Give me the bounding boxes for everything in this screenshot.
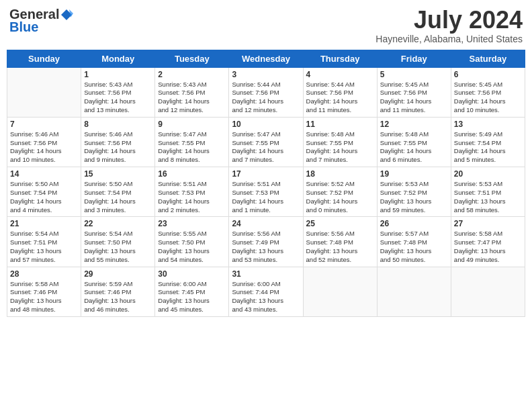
calendar-cell: 15Sunrise: 5:50 AM Sunset: 7:54 PM Dayli… [81, 167, 155, 217]
day-number: 30 [158, 269, 226, 279]
calendar-cell: 4Sunrise: 5:44 AM Sunset: 7:56 PM Daylig… [303, 67, 377, 117]
day-info: Sunrise: 6:00 AM Sunset: 7:45 PM Dayligh… [158, 280, 226, 314]
calendar-cell: 13Sunrise: 5:49 AM Sunset: 7:54 PM Dayli… [451, 117, 525, 167]
day-number: 23 [158, 219, 226, 228]
day-info: Sunrise: 5:48 AM Sunset: 7:55 PM Dayligh… [380, 130, 448, 165]
day-info: Sunrise: 6:00 AM Sunset: 7:44 PM Dayligh… [232, 280, 300, 314]
day-info: Sunrise: 5:56 AM Sunset: 7:48 PM Dayligh… [306, 230, 374, 264]
page-header: General Blue July 2024 Hayneville, Alaba… [7, 7, 525, 44]
day-number: 13 [454, 120, 522, 129]
day-header-monday: Monday [81, 50, 155, 67]
day-info: Sunrise: 5:45 AM Sunset: 7:56 PM Dayligh… [454, 81, 522, 115]
calendar-cell: 2Sunrise: 5:43 AM Sunset: 7:56 PM Daylig… [155, 67, 229, 117]
day-info: Sunrise: 5:53 AM Sunset: 7:52 PM Dayligh… [380, 180, 448, 214]
day-info: Sunrise: 5:49 AM Sunset: 7:54 PM Dayligh… [454, 130, 522, 165]
calendar-cell: 6Sunrise: 5:45 AM Sunset: 7:56 PM Daylig… [451, 67, 525, 117]
calendar-cell: 25Sunrise: 5:56 AM Sunset: 7:48 PM Dayli… [303, 217, 377, 267]
day-header-tuesday: Tuesday [155, 50, 229, 67]
day-info: Sunrise: 5:59 AM Sunset: 7:46 PM Dayligh… [84, 280, 152, 314]
calendar-cell: 14Sunrise: 5:50 AM Sunset: 7:54 PM Dayli… [7, 167, 81, 217]
day-number: 25 [306, 219, 374, 228]
day-info: Sunrise: 5:52 AM Sunset: 7:52 PM Dayligh… [306, 180, 374, 214]
calendar-cell [303, 267, 377, 316]
day-info: Sunrise: 5:44 AM Sunset: 7:56 PM Dayligh… [232, 81, 300, 115]
day-info: Sunrise: 5:43 AM Sunset: 7:56 PM Dayligh… [84, 81, 152, 115]
calendar-cell: 1Sunrise: 5:43 AM Sunset: 7:56 PM Daylig… [81, 67, 155, 117]
calendar-cell: 20Sunrise: 5:53 AM Sunset: 7:51 PM Dayli… [451, 167, 525, 217]
day-header-saturday: Saturday [451, 50, 525, 67]
logo-blue-text: Blue [9, 19, 38, 35]
calendar-week-row: 21Sunrise: 5:54 AM Sunset: 7:51 PM Dayli… [7, 217, 525, 267]
day-header-friday: Friday [377, 50, 451, 67]
day-info: Sunrise: 5:46 AM Sunset: 7:56 PM Dayligh… [10, 130, 78, 165]
day-info: Sunrise: 5:54 AM Sunset: 7:50 PM Dayligh… [84, 230, 152, 264]
calendar-cell: 22Sunrise: 5:54 AM Sunset: 7:50 PM Dayli… [81, 217, 155, 267]
calendar-cell [451, 267, 525, 316]
day-number: 19 [380, 169, 448, 179]
day-number: 14 [10, 169, 78, 179]
calendar-week-row: 1Sunrise: 5:43 AM Sunset: 7:56 PM Daylig… [7, 67, 525, 117]
calendar-cell: 29Sunrise: 5:59 AM Sunset: 7:46 PM Dayli… [81, 267, 155, 316]
day-number: 22 [84, 219, 152, 228]
calendar-cell: 16Sunrise: 5:51 AM Sunset: 7:53 PM Dayli… [155, 167, 229, 217]
calendar-cell: 23Sunrise: 5:55 AM Sunset: 7:50 PM Dayli… [155, 217, 229, 267]
logo: General Blue [9, 7, 74, 35]
day-number: 16 [158, 169, 226, 179]
calendar-header-row: SundayMondayTuesdayWednesdayThursdayFrid… [7, 50, 525, 67]
calendar-cell: 31Sunrise: 6:00 AM Sunset: 7:44 PM Dayli… [229, 267, 303, 316]
calendar-cell [7, 67, 81, 117]
calendar-cell: 18Sunrise: 5:52 AM Sunset: 7:52 PM Dayli… [303, 167, 377, 217]
calendar-table: SundayMondayTuesdayWednesdayThursdayFrid… [7, 50, 525, 317]
day-info: Sunrise: 5:55 AM Sunset: 7:50 PM Dayligh… [158, 230, 226, 264]
day-number: 8 [84, 120, 152, 129]
day-number: 20 [454, 169, 522, 179]
month-title: July 2024 [375, 7, 523, 34]
day-info: Sunrise: 5:47 AM Sunset: 7:55 PM Dayligh… [232, 130, 300, 165]
day-number: 21 [10, 219, 78, 228]
calendar-cell: 21Sunrise: 5:54 AM Sunset: 7:51 PM Dayli… [7, 217, 81, 267]
title-block: July 2024 Hayneville, Alabama, United St… [375, 7, 523, 44]
day-number: 9 [158, 120, 226, 129]
day-info: Sunrise: 5:54 AM Sunset: 7:51 PM Dayligh… [10, 230, 78, 264]
calendar-cell: 12Sunrise: 5:48 AM Sunset: 7:55 PM Dayli… [377, 117, 451, 167]
day-info: Sunrise: 5:51 AM Sunset: 7:53 PM Dayligh… [232, 180, 300, 214]
calendar-cell: 17Sunrise: 5:51 AM Sunset: 7:53 PM Dayli… [229, 167, 303, 217]
calendar-cell: 19Sunrise: 5:53 AM Sunset: 7:52 PM Dayli… [377, 167, 451, 217]
day-number: 24 [232, 219, 300, 228]
day-number: 28 [10, 269, 78, 279]
day-number: 1 [84, 70, 152, 79]
calendar-cell: 11Sunrise: 5:48 AM Sunset: 7:55 PM Dayli… [303, 117, 377, 167]
day-number: 12 [380, 120, 448, 129]
day-info: Sunrise: 5:51 AM Sunset: 7:53 PM Dayligh… [158, 180, 226, 214]
day-info: Sunrise: 5:58 AM Sunset: 7:47 PM Dayligh… [454, 230, 522, 264]
day-info: Sunrise: 5:48 AM Sunset: 7:55 PM Dayligh… [306, 130, 374, 165]
day-number: 5 [380, 70, 448, 79]
calendar-cell [377, 267, 451, 316]
calendar-cell: 26Sunrise: 5:57 AM Sunset: 7:48 PM Dayli… [377, 217, 451, 267]
day-number: 31 [232, 269, 300, 279]
day-info: Sunrise: 5:43 AM Sunset: 7:56 PM Dayligh… [158, 81, 226, 115]
day-number: 11 [306, 120, 374, 129]
day-info: Sunrise: 5:45 AM Sunset: 7:56 PM Dayligh… [380, 81, 448, 115]
calendar-cell: 9Sunrise: 5:47 AM Sunset: 7:55 PM Daylig… [155, 117, 229, 167]
day-info: Sunrise: 5:44 AM Sunset: 7:56 PM Dayligh… [306, 81, 374, 115]
day-info: Sunrise: 5:57 AM Sunset: 7:48 PM Dayligh… [380, 230, 448, 264]
day-number: 15 [84, 169, 152, 179]
day-number: 2 [158, 70, 226, 79]
day-number: 27 [454, 219, 522, 228]
day-number: 17 [232, 169, 300, 179]
calendar-cell: 3Sunrise: 5:44 AM Sunset: 7:56 PM Daylig… [229, 67, 303, 117]
day-number: 18 [306, 169, 374, 179]
day-number: 4 [306, 70, 374, 79]
day-info: Sunrise: 5:47 AM Sunset: 7:55 PM Dayligh… [158, 130, 226, 165]
day-info: Sunrise: 5:58 AM Sunset: 7:46 PM Dayligh… [10, 280, 78, 314]
logo-icon [60, 8, 73, 21]
calendar-week-row: 7Sunrise: 5:46 AM Sunset: 7:56 PM Daylig… [7, 117, 525, 167]
day-info: Sunrise: 5:53 AM Sunset: 7:51 PM Dayligh… [454, 180, 522, 214]
calendar-cell: 8Sunrise: 5:46 AM Sunset: 7:56 PM Daylig… [81, 117, 155, 167]
calendar-cell: 30Sunrise: 6:00 AM Sunset: 7:45 PM Dayli… [155, 267, 229, 316]
calendar-cell: 24Sunrise: 5:56 AM Sunset: 7:49 PM Dayli… [229, 217, 303, 267]
day-info: Sunrise: 5:50 AM Sunset: 7:54 PM Dayligh… [84, 180, 152, 214]
calendar-cell: 7Sunrise: 5:46 AM Sunset: 7:56 PM Daylig… [7, 117, 81, 167]
location: Hayneville, Alabama, United States [375, 34, 523, 44]
